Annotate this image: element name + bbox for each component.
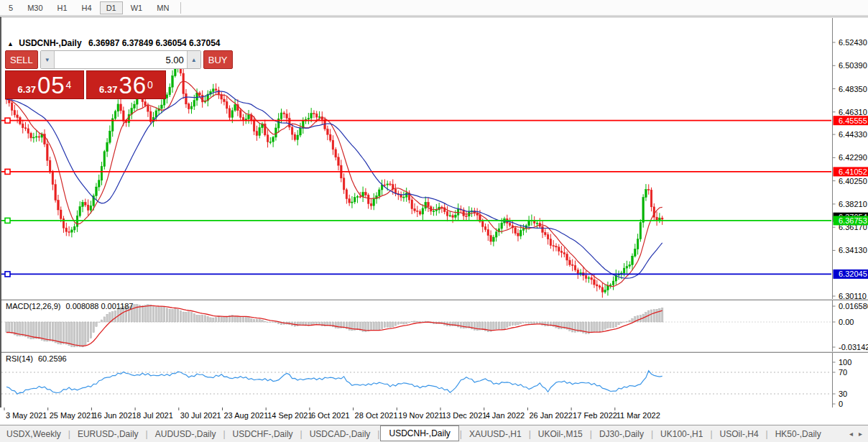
buy-price-main: 36 [119,75,147,96]
chart-tab[interactable]: XAUUSD-,H1 [463,427,528,441]
chart-tab[interactable]: UKOil-,M15 [532,427,589,441]
chart-tab[interactable]: AUDUSD-,Daily [149,427,223,441]
timeframe-button-5[interactable]: 5 [2,1,19,14]
chart-tab[interactable]: USDCNH-,Daily [380,425,458,441]
chart-tab[interactable]: USDCHF-,Daily [226,427,300,441]
buy-price-tile[interactable]: 6.37 36 0 [86,70,166,99]
timeframe-button-m30[interactable]: M30 [21,1,49,14]
svg-text:6.46310: 6.46310 [839,108,867,116]
timeframe-toolbar: 5M30H1H4D1W1MN [0,0,868,16]
chart-tab[interactable]: HK50-,Daily [769,427,828,441]
one-click-trading-panel: SELL ▼ ▲ BUY 6.37 05 4 6.37 36 0 [5,50,166,99]
svg-text:0.016586: 0.016586 [839,302,868,310]
svg-text:100: 100 [839,358,851,367]
svg-text:30: 30 [839,390,847,398]
chart-tab[interactable]: USOil-,H4 [714,427,765,441]
rsi-label: RSI(14) 60.2596 [6,354,67,363]
chart-tab[interactable]: EURUSD-,Daily [71,427,145,441]
buy-button[interactable]: BUY [203,50,233,69]
chart-window: 6.524306.503906.483506.463106.443306.422… [0,17,868,425]
volume-control: ▼ ▲ [40,50,201,69]
chart-tab-bar: USDX,Weekly|EURUSD-,Daily|AUDUSD-,Daily|… [0,425,868,442]
svg-text:14 Sep 2021: 14 Sep 2021 [267,411,312,420]
svg-text:6.48350: 6.48350 [839,85,867,93]
svg-text:13 Dec 2021: 13 Dec 2021 [442,411,486,420]
svg-text:6.30110: 6.30110 [839,292,867,299]
svg-text:17 Feb 2022: 17 Feb 2022 [573,411,617,420]
svg-text:16 Jun 2021: 16 Jun 2021 [93,411,137,420]
timeframe-button-w1[interactable]: W1 [124,1,149,14]
chart-title: ▲ USDCNH-,Daily 6.36987 6.37849 6.36054 … [7,38,220,48]
svg-text:6.32045: 6.32045 [839,270,867,278]
chart-tab[interactable]: USDX,Weekly [0,427,68,441]
svg-text:6.41052: 6.41052 [839,167,867,176]
svg-text:25 May 2021: 25 May 2021 [50,411,96,420]
sell-price-tile[interactable]: 6.37 05 4 [5,70,84,99]
svg-text:26 Jan 2022: 26 Jan 2022 [529,411,573,420]
sell-price-prefix: 6.37 [18,83,36,96]
svg-text:19 Nov 2021: 19 Nov 2021 [398,411,443,420]
chart-tab[interactable]: UK100-,H1 [654,427,709,441]
svg-text:4 Jan 2022: 4 Jan 2022 [486,411,525,420]
svg-text:70: 70 [839,368,847,377]
buy-price-prefix: 6.37 [99,83,117,96]
svg-text:6.38210: 6.38210 [839,200,867,208]
volume-increase-icon[interactable]: ▲ [188,51,200,68]
chart-tab[interactable]: DJ30-,Daily [593,427,650,441]
chart-symbol: USDCNH-,Daily [19,38,81,48]
svg-text:6 Oct 2021: 6 Oct 2021 [311,411,350,420]
timeframe-button-mn[interactable]: MN [150,1,175,14]
svg-text:6.44330: 6.44330 [839,130,867,139]
svg-text:11 Mar 2022: 11 Mar 2022 [617,411,660,420]
svg-text:6.50390: 6.50390 [839,61,867,70]
svg-text:0.00: 0.00 [839,318,854,326]
svg-text:6.42290: 6.42290 [839,153,867,162]
timeframe-button-h4[interactable]: H4 [75,1,98,14]
sell-price-pip: 4 [66,71,72,97]
rsi-indicator-panel[interactable]: 10070300 [1,353,868,408]
svg-text:6.34130: 6.34130 [839,246,867,254]
toolbar-divider [180,2,181,14]
chart-ohlc-values: 6.36987 6.37849 6.36054 6.37054 [88,38,221,48]
date-axis: 3 May 202125 May 202116 Jun 20218 Jul 20… [0,408,868,425]
timeframe-button-d1[interactable]: D1 [100,1,123,14]
svg-text:8 Jul 2021: 8 Jul 2021 [137,411,173,420]
svg-text:30 Jul 2021: 30 Jul 2021 [180,411,221,420]
buy-price-pip: 0 [147,71,153,97]
svg-text:0: 0 [839,400,843,408]
tab-scroll-nav: ◂▸ [846,428,868,439]
volume-decrease-icon[interactable]: ▼ [41,51,54,68]
svg-text:6.36753: 6.36753 [839,216,867,225]
collapse-triangle-icon[interactable]: ▲ [7,40,14,47]
svg-text:28 Oct 2021: 28 Oct 2021 [355,411,398,420]
svg-text:6.45555: 6.45555 [839,116,867,125]
tab-scroll-left-icon[interactable]: ◂ [846,428,856,439]
macd-label: MACD(12,26,9) 0.008088 0.001187 [6,302,133,310]
sell-button[interactable]: SELL [5,50,38,69]
svg-text:3 May 2021: 3 May 2021 [6,411,47,420]
sell-price-main: 05 [37,75,65,96]
svg-text:23 Aug 2021: 23 Aug 2021 [224,411,269,420]
svg-text:-0.031423: -0.031423 [839,343,868,351]
timeframe-button-h1[interactable]: H1 [51,1,74,14]
trading-terminal-window: 5M30H1H4D1W1MN 6.524306.503906.483506.46… [0,0,868,442]
volume-input[interactable] [54,51,188,68]
chart-tab[interactable]: USDCAD-,Daily [303,427,377,441]
svg-text:6.40250: 6.40250 [839,177,867,185]
svg-text:6.52430: 6.52430 [839,38,867,47]
tab-scroll-right-icon[interactable]: ▸ [856,428,865,439]
